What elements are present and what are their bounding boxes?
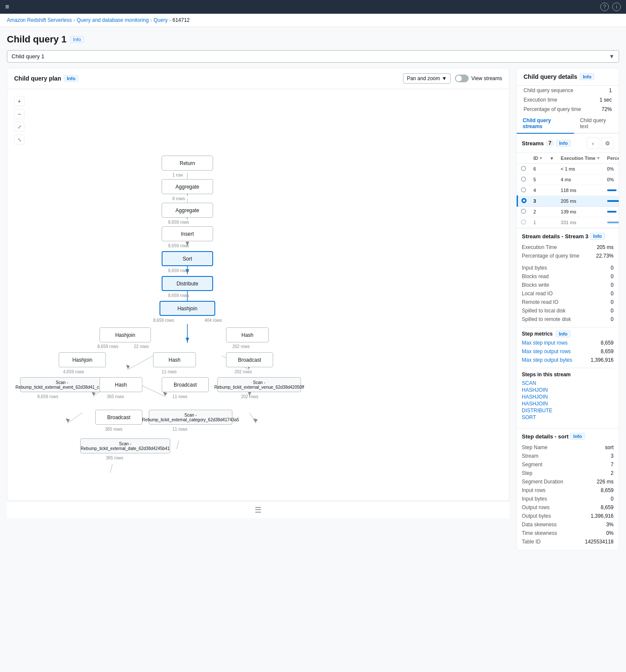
- max-output-rows-row: Max step output rows 8,659: [522, 347, 614, 356]
- node-sort[interactable]: Sort: [162, 251, 213, 266]
- node-hash-2[interactable]: Hash: [153, 352, 196, 367]
- node-broadcast-3[interactable]: Broadcast: [95, 410, 142, 425]
- max-input-rows-label[interactable]: Max step input rows: [522, 340, 568, 346]
- stream-exec-6: < 1 ms: [557, 164, 604, 174]
- svg-line-12: [127, 356, 153, 370]
- step-output-bytes-row: Output bytes 1,396,916: [522, 512, 614, 520]
- node-scan-2[interactable]: Scan - Rebump_tickit_external_venue_62d3…: [217, 377, 301, 392]
- node-hash-3[interactable]: Hash: [99, 377, 142, 392]
- node-distribute[interactable]: Distribute: [162, 276, 213, 291]
- node-scan-4[interactable]: Scan - Rebump_tickit_external_date_62d38…: [80, 438, 170, 453]
- stream-radio-6[interactable]: [521, 166, 526, 171]
- tab-child-query-text[interactable]: Child query text: [574, 114, 619, 134]
- stream-row-3[interactable]: 3 205 ms 23%: [518, 196, 620, 207]
- stream-radio-2[interactable]: [521, 209, 526, 214]
- max-output-bytes-label[interactable]: Max step output bytes: [522, 357, 572, 363]
- streams-info[interactable]: Info: [556, 140, 571, 147]
- th-exec-time[interactable]: Execution Time ▼: [557, 153, 604, 164]
- streams-table-body: 6 < 1 ms 0% 5 4 ms 0%: [518, 164, 620, 228]
- details-info-badge[interactable]: Info: [580, 73, 594, 80]
- stream-row-5[interactable]: 5 4 ms 0%: [518, 174, 620, 185]
- bar-1: [607, 222, 619, 223]
- node-hashjoin-1[interactable]: Hashjoin: [160, 301, 215, 316]
- page-info-badge[interactable]: Info: [70, 36, 84, 43]
- info-icon[interactable]: i: [612, 3, 621, 11]
- step-details-rows: Step Name sort Stream 3 Segment 7 Step: [522, 443, 614, 546]
- top-navigation: ≡ ? i: [0, 0, 626, 14]
- stream-pct-5: 0%: [604, 174, 619, 185]
- stream-row-1[interactable]: 1 331 ms 37%: [518, 217, 620, 228]
- stream-exec-4: 118 ms: [557, 185, 604, 196]
- step-distribute[interactable]: DISTRIBUTE: [522, 408, 614, 414]
- zoom-out-button[interactable]: −: [14, 109, 24, 119]
- streams-settings-button[interactable]: ⚙: [602, 137, 614, 149]
- fit-icon[interactable]: ⤢: [14, 122, 24, 132]
- stream-row-4[interactable]: 4 118 ms 15%: [518, 185, 620, 196]
- node-broadcast-1[interactable]: Broadcast: [226, 352, 273, 367]
- help-icon[interactable]: ?: [600, 3, 609, 11]
- step-hashjoin-2[interactable]: HASHJOIN: [522, 394, 614, 400]
- node-scan-3[interactable]: Scan - Rebump_tickit_external_category_6…: [149, 410, 232, 425]
- step-details-section: Step details - sort Info Step Name sort …: [517, 428, 619, 550]
- node-hash-1[interactable]: Hash: [226, 327, 269, 342]
- step-scan[interactable]: SCAN: [522, 380, 614, 386]
- query-plan-info[interactable]: Info: [64, 75, 78, 82]
- stream-row-2[interactable]: 2 139 ms 15%: [518, 207, 620, 217]
- expand-icon[interactable]: ⤡: [14, 135, 24, 145]
- step-metrics-info[interactable]: Info: [556, 330, 570, 337]
- id-sort-icon: ▼: [539, 156, 543, 160]
- step-data-skew-row: Data skewness 3%: [522, 520, 614, 529]
- stream-radio-3[interactable]: [521, 198, 527, 203]
- breadcrumb-item-2[interactable]: Query and database monitoring: [77, 17, 149, 23]
- node-aggregate-1[interactable]: Aggregate: [162, 179, 213, 194]
- node-hashjoin-2[interactable]: Hashjoin: [99, 327, 151, 342]
- stream-details-info[interactable]: Info: [590, 233, 605, 240]
- stream-id-1: 1: [530, 217, 546, 228]
- step-details-info[interactable]: Info: [570, 433, 585, 440]
- stream-details-section: Stream details - Stream 3 Info Execution…: [517, 228, 619, 425]
- step-hashjoin-1[interactable]: HASHJOIN: [522, 387, 614, 393]
- query-plan-card: Child query plan Info Pan and zoom ▼ V: [7, 68, 509, 501]
- zoom-in-button[interactable]: +: [14, 96, 24, 106]
- step-hashjoin-3[interactable]: HASHJOIN: [522, 401, 614, 407]
- node-insert[interactable]: Insert: [162, 226, 213, 241]
- node-return[interactable]: Return: [162, 156, 213, 171]
- stream-radio-5[interactable]: [521, 177, 526, 182]
- child-query-dropdown[interactable]: Child query 1 ▼: [7, 50, 619, 63]
- node-scan-1[interactable]: Scan - Rebump_tickit_external_event_62d3…: [20, 377, 104, 392]
- breadcrumb-item-1[interactable]: Amazon Redshift Serverless: [7, 17, 72, 23]
- streams-back-button[interactable]: ‹: [587, 137, 599, 149]
- th-id[interactable]: ID ▼: [530, 153, 546, 164]
- node-broadcast-2[interactable]: Broadcast: [162, 377, 209, 392]
- main-page: Child query 1 Info Child query 1 ▼ Child…: [0, 27, 626, 671]
- max-output-rows-label[interactable]: Max step output rows: [522, 348, 571, 354]
- stream-row-6[interactable]: 6 < 1 ms 0%: [518, 164, 620, 174]
- svg-marker-13: [126, 365, 130, 369]
- zoom-select[interactable]: Pan and zoom ▼: [403, 73, 451, 84]
- step-metrics-section: Step metrics Info Max step input rows 8,…: [522, 327, 614, 364]
- bottom-menu-icon[interactable]: ☰: [255, 505, 262, 515]
- th-percentage[interactable]: Percentage o ▼: [604, 153, 619, 164]
- stream-details-title: Stream details - Stream 3 Info: [522, 233, 614, 240]
- view-streams-toggle[interactable]: [455, 75, 469, 82]
- tab-child-query-streams[interactable]: Child query streams: [517, 114, 574, 134]
- step-segment-row: Segment 7: [522, 460, 614, 469]
- blocks-write-row: Blocks write 0: [522, 281, 614, 289]
- breadcrumb-item-3[interactable]: Query: [153, 17, 168, 23]
- node-hashjoin-3[interactable]: Hashjoin: [59, 352, 106, 367]
- broadcast3-rows: 365 rows: [105, 427, 123, 432]
- step-sort[interactable]: SORT: [522, 414, 614, 420]
- stream-radio-4[interactable]: [521, 187, 526, 192]
- page-title: Child query 1: [7, 34, 66, 45]
- detail-row-0: Child query sequence 1: [517, 86, 619, 95]
- stream-radio-1[interactable]: [521, 219, 526, 225]
- menu-icon[interactable]: ≡: [5, 3, 9, 11]
- scan2-rows: 202 rows: [241, 394, 259, 399]
- step-name-row: Step Name sort: [522, 443, 614, 452]
- node-aggregate-2[interactable]: Aggregate: [162, 203, 213, 218]
- detail-label-1: Execution time: [524, 97, 557, 103]
- stream-exec-2: 139 ms: [557, 207, 604, 217]
- stream-id-6: 6: [530, 164, 546, 174]
- bottom-bar: ☰: [7, 501, 509, 518]
- bar-4: [607, 189, 617, 191]
